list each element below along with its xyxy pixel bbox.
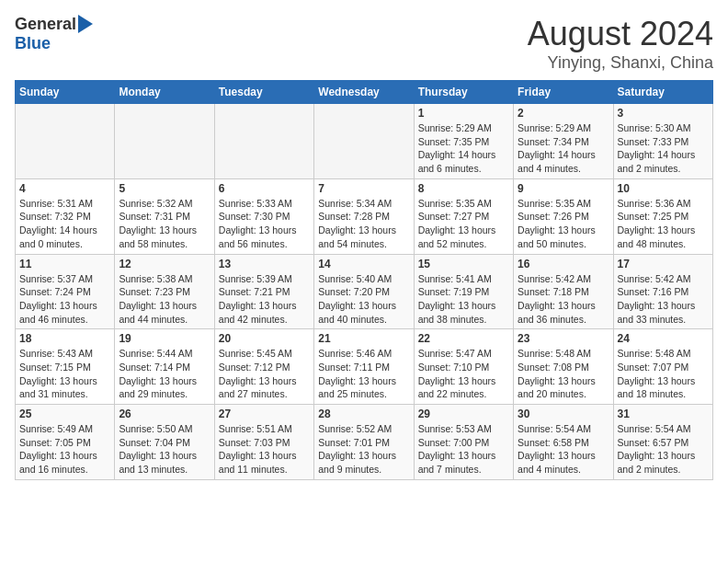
day-info: Sunrise: 5:36 AM Sunset: 7:25 PM Dayligh… [618, 197, 709, 251]
day-number: 31 [618, 408, 709, 420]
day-info: Sunrise: 5:54 AM Sunset: 6:58 PM Dayligh… [518, 422, 609, 477]
day-info: Sunrise: 5:29 AM Sunset: 7:34 PM Dayligh… [518, 121, 609, 176]
calendar-day-cell: 24Sunrise: 5:48 AM Sunset: 7:07 PM Dayli… [613, 329, 712, 405]
page-subtitle: Yinying, Shanxi, China [528, 53, 713, 73]
calendar-day-cell: 3Sunrise: 5:30 AM Sunset: 7:33 PM Daylig… [613, 104, 712, 179]
calendar-day-cell: 5Sunrise: 5:32 AM Sunset: 7:31 PM Daylig… [115, 178, 214, 254]
day-info: Sunrise: 5:32 AM Sunset: 7:31 PM Dayligh… [119, 197, 210, 251]
day-number: 30 [518, 408, 609, 420]
calendar-day-cell: 20Sunrise: 5:45 AM Sunset: 7:12 PM Dayli… [214, 329, 313, 405]
logo-arrow-icon [78, 15, 93, 33]
day-number: 21 [318, 332, 409, 345]
day-info: Sunrise: 5:33 AM Sunset: 7:30 PM Dayligh… [219, 197, 310, 251]
day-info: Sunrise: 5:54 AM Sunset: 6:57 PM Dayligh… [618, 422, 709, 477]
calendar-day-cell [214, 104, 313, 179]
day-info: Sunrise: 5:35 AM Sunset: 7:26 PM Dayligh… [518, 197, 609, 251]
calendar-day-cell: 17Sunrise: 5:42 AM Sunset: 7:16 PM Dayli… [613, 254, 712, 329]
day-number: 26 [119, 408, 210, 420]
day-number: 27 [219, 408, 310, 420]
day-number: 17 [618, 258, 709, 270]
calendar-day-cell: 13Sunrise: 5:39 AM Sunset: 7:21 PM Dayli… [214, 254, 313, 329]
calendar-week-row: 18Sunrise: 5:43 AM Sunset: 7:15 PM Dayli… [16, 329, 713, 405]
day-info: Sunrise: 5:42 AM Sunset: 7:16 PM Dayligh… [618, 272, 709, 327]
day-number: 7 [318, 182, 409, 195]
day-number: 18 [19, 332, 110, 345]
day-info: Sunrise: 5:50 AM Sunset: 7:04 PM Dayligh… [119, 422, 210, 477]
day-info: Sunrise: 5:37 AM Sunset: 7:24 PM Dayligh… [19, 272, 110, 327]
day-number: 11 [19, 258, 110, 270]
day-info: Sunrise: 5:47 AM Sunset: 7:10 PM Dayligh… [418, 347, 509, 401]
title-section: August 2024 Yinying, Shanxi, China [528, 15, 713, 73]
calendar-day-cell [115, 104, 214, 179]
calendar-week-row: 1Sunrise: 5:29 AM Sunset: 7:35 PM Daylig… [16, 104, 713, 179]
day-info: Sunrise: 5:48 AM Sunset: 7:07 PM Dayligh… [618, 347, 709, 401]
calendar-body: 1Sunrise: 5:29 AM Sunset: 7:35 PM Daylig… [16, 104, 713, 480]
calendar-week-row: 4Sunrise: 5:31 AM Sunset: 7:32 PM Daylig… [16, 178, 713, 254]
day-of-week-header: Monday [115, 81, 214, 104]
logo: General Blue [15, 15, 93, 53]
day-number: 9 [518, 182, 609, 195]
day-info: Sunrise: 5:34 AM Sunset: 7:28 PM Dayligh… [318, 197, 409, 251]
calendar-day-cell: 21Sunrise: 5:46 AM Sunset: 7:11 PM Dayli… [314, 329, 414, 405]
header-row: SundayMondayTuesdayWednesdayThursdayFrid… [16, 81, 713, 104]
calendar-day-cell: 30Sunrise: 5:54 AM Sunset: 6:58 PM Dayli… [514, 405, 613, 480]
calendar-day-cell: 7Sunrise: 5:34 AM Sunset: 7:28 PM Daylig… [314, 178, 414, 254]
day-info: Sunrise: 5:51 AM Sunset: 7:03 PM Dayligh… [219, 422, 310, 477]
day-number: 3 [618, 107, 709, 120]
day-info: Sunrise: 5:49 AM Sunset: 7:05 PM Dayligh… [19, 422, 110, 477]
day-info: Sunrise: 5:53 AM Sunset: 7:00 PM Dayligh… [418, 422, 509, 477]
day-of-week-header: Tuesday [214, 81, 313, 104]
day-number: 20 [219, 332, 310, 345]
calendar-day-cell: 11Sunrise: 5:37 AM Sunset: 7:24 PM Dayli… [16, 254, 115, 329]
day-info: Sunrise: 5:44 AM Sunset: 7:14 PM Dayligh… [119, 347, 210, 401]
day-number: 13 [219, 258, 310, 270]
day-number: 1 [418, 107, 509, 120]
day-number: 10 [618, 182, 709, 195]
day-number: 6 [219, 182, 310, 195]
calendar-day-cell: 31Sunrise: 5:54 AM Sunset: 6:57 PM Dayli… [613, 405, 712, 480]
day-info: Sunrise: 5:30 AM Sunset: 7:33 PM Dayligh… [618, 121, 709, 176]
day-number: 25 [19, 408, 110, 420]
day-of-week-header: Sunday [16, 81, 115, 104]
calendar-table: SundayMondayTuesdayWednesdayThursdayFrid… [15, 80, 713, 480]
day-info: Sunrise: 5:46 AM Sunset: 7:11 PM Dayligh… [318, 347, 409, 401]
day-info: Sunrise: 5:38 AM Sunset: 7:23 PM Dayligh… [119, 272, 210, 327]
day-of-week-header: Thursday [414, 81, 513, 104]
day-number: 5 [119, 182, 210, 195]
calendar-day-cell: 26Sunrise: 5:50 AM Sunset: 7:04 PM Dayli… [115, 405, 214, 480]
calendar-day-cell: 28Sunrise: 5:52 AM Sunset: 7:01 PM Dayli… [314, 405, 414, 480]
day-of-week-header: Saturday [613, 81, 712, 104]
calendar-day-cell: 14Sunrise: 5:40 AM Sunset: 7:20 PM Dayli… [314, 254, 414, 329]
day-number: 23 [518, 332, 609, 345]
day-info: Sunrise: 5:42 AM Sunset: 7:18 PM Dayligh… [518, 272, 609, 327]
day-of-week-header: Friday [514, 81, 613, 104]
day-number: 16 [518, 258, 609, 270]
calendar-day-cell: 16Sunrise: 5:42 AM Sunset: 7:18 PM Dayli… [514, 254, 613, 329]
calendar-day-cell: 1Sunrise: 5:29 AM Sunset: 7:35 PM Daylig… [414, 104, 513, 179]
calendar-day-cell: 15Sunrise: 5:41 AM Sunset: 7:19 PM Dayli… [414, 254, 513, 329]
day-number: 24 [618, 332, 709, 345]
logo-blue: Blue [15, 34, 51, 53]
day-number: 8 [418, 182, 509, 195]
day-info: Sunrise: 5:29 AM Sunset: 7:35 PM Dayligh… [418, 121, 509, 176]
calendar-day-cell: 9Sunrise: 5:35 AM Sunset: 7:26 PM Daylig… [514, 178, 613, 254]
day-number: 2 [518, 107, 609, 120]
calendar-day-cell [16, 104, 115, 179]
calendar-header: SundayMondayTuesdayWednesdayThursdayFrid… [16, 81, 713, 104]
calendar-day-cell: 4Sunrise: 5:31 AM Sunset: 7:32 PM Daylig… [16, 178, 115, 254]
day-info: Sunrise: 5:39 AM Sunset: 7:21 PM Dayligh… [219, 272, 310, 327]
calendar-week-row: 25Sunrise: 5:49 AM Sunset: 7:05 PM Dayli… [16, 405, 713, 480]
calendar-day-cell: 19Sunrise: 5:44 AM Sunset: 7:14 PM Dayli… [115, 329, 214, 405]
day-info: Sunrise: 5:43 AM Sunset: 7:15 PM Dayligh… [19, 347, 110, 401]
calendar-day-cell: 23Sunrise: 5:48 AM Sunset: 7:08 PM Dayli… [514, 329, 613, 405]
day-info: Sunrise: 5:40 AM Sunset: 7:20 PM Dayligh… [318, 272, 409, 327]
calendar-day-cell: 6Sunrise: 5:33 AM Sunset: 7:30 PM Daylig… [214, 178, 313, 254]
calendar-day-cell: 29Sunrise: 5:53 AM Sunset: 7:00 PM Dayli… [414, 405, 513, 480]
calendar-day-cell: 8Sunrise: 5:35 AM Sunset: 7:27 PM Daylig… [414, 178, 513, 254]
logo-general: General [15, 15, 76, 34]
day-info: Sunrise: 5:45 AM Sunset: 7:12 PM Dayligh… [219, 347, 310, 401]
calendar-day-cell: 12Sunrise: 5:38 AM Sunset: 7:23 PM Dayli… [115, 254, 214, 329]
day-number: 15 [418, 258, 509, 270]
day-info: Sunrise: 5:52 AM Sunset: 7:01 PM Dayligh… [318, 422, 409, 477]
day-number: 4 [19, 182, 110, 195]
